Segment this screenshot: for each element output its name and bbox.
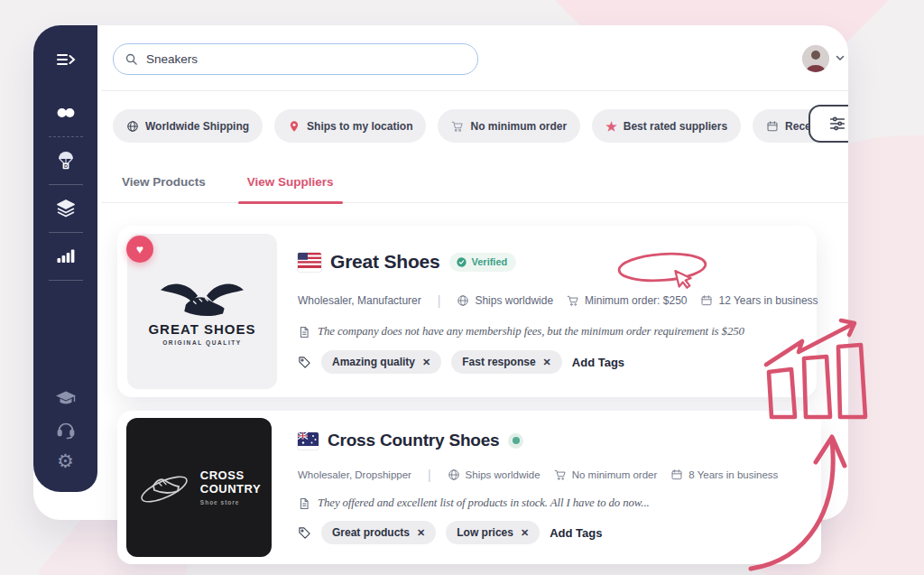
menu-expand-button[interactable] bbox=[45, 45, 87, 76]
supplier-meta: Wholesaler, Manufacturer | Ships worldwi… bbox=[298, 293, 818, 308]
headset-icon bbox=[55, 419, 77, 441]
logo-subtext: Shoe store bbox=[200, 499, 261, 505]
parachute-d-icon: D bbox=[55, 150, 77, 172]
sliders-icon bbox=[827, 114, 847, 134]
meta-years: 8 Years in business bbox=[670, 468, 778, 481]
calendar-icon bbox=[766, 120, 779, 133]
meta-label: 12 Years in business bbox=[718, 294, 818, 307]
note-text: The company does not have any membership… bbox=[318, 325, 744, 339]
supplier-tags: Great products ✕ Low prices ✕ Add Tags bbox=[298, 521, 602, 544]
filter-chips: Worldwide Shipping Ships to my location … bbox=[113, 109, 848, 143]
sidebar-divider bbox=[49, 184, 83, 185]
remove-tag-button[interactable]: ✕ bbox=[417, 527, 425, 539]
chevron-down-icon bbox=[835, 51, 845, 67]
sidebar-item-analytics[interactable] bbox=[45, 241, 87, 272]
supplier-logo-cross-country: CROSS COUNTRY Shoe store bbox=[126, 418, 272, 557]
supplier-meta: Wholesaler, Dropshipper | Ships worldwid… bbox=[298, 468, 778, 482]
sidebar-item-support[interactable] bbox=[45, 414, 87, 445]
cart-icon bbox=[567, 294, 579, 307]
meta-label: No minimum order bbox=[572, 469, 658, 480]
filter-chip-label: No minimum order bbox=[470, 120, 567, 133]
remove-tag-button[interactable]: ✕ bbox=[543, 357, 551, 368]
globe-icon bbox=[457, 294, 469, 307]
meta-min-order: Minimum order: $250 bbox=[567, 294, 687, 307]
pin-icon bbox=[288, 120, 300, 133]
tag-chip: Fast response ✕ bbox=[451, 350, 562, 374]
supplier-note: They offered and excellent list of produ… bbox=[298, 496, 650, 510]
tag-label: Low prices bbox=[457, 526, 513, 539]
cart-icon bbox=[451, 120, 464, 133]
search-bar[interactable] bbox=[113, 43, 478, 75]
supplier-name: Cross Country Shoes bbox=[328, 431, 499, 450]
logo-subtext: ORIGINAL QUALITY bbox=[162, 339, 242, 346]
layers-icon bbox=[55, 198, 77, 219]
filter-chip-no-minimum-order[interactable]: No minimum order bbox=[438, 109, 580, 143]
supplier-card[interactable]: ♥ GREAT SHOES ORIGINAL QUALITY Great Sho… bbox=[117, 226, 817, 397]
filters-strip: Worldwide Shipping Ships to my location … bbox=[101, 105, 848, 150]
remove-tag-button[interactable]: ✕ bbox=[521, 527, 529, 539]
sidebar-divider bbox=[49, 232, 83, 233]
filter-chip-label: Worldwide Shipping bbox=[145, 120, 249, 133]
meta-min-order: No minimum order bbox=[554, 468, 658, 481]
meta-label: Minimum order: $250 bbox=[585, 294, 687, 307]
meta-years: 12 Years in business bbox=[700, 294, 818, 307]
svg-text:D: D bbox=[63, 163, 67, 169]
filter-chip-label: Best rated suppliers bbox=[624, 120, 727, 133]
verified-label: Verified bbox=[472, 256, 508, 267]
verified-dot-badge bbox=[508, 433, 523, 449]
supplier-note: The company does not have any membership… bbox=[298, 325, 744, 339]
add-tags-button[interactable]: Add Tags bbox=[572, 356, 624, 369]
sidebar-item-spy-goggles[interactable] bbox=[45, 97, 87, 128]
meta-label: Ships worldwide bbox=[466, 469, 541, 480]
globe-icon bbox=[448, 468, 460, 481]
sidebar-divider bbox=[49, 280, 83, 281]
filter-chip-label: Ships to my location bbox=[307, 120, 412, 133]
verified-badge: Verified bbox=[449, 253, 517, 272]
winged-shoe-logo-icon bbox=[155, 278, 249, 320]
sidebar-divider bbox=[49, 136, 83, 137]
meta-label: Ships worldwide bbox=[475, 294, 553, 307]
sidebar: D ⚙ bbox=[33, 25, 97, 492]
document-icon bbox=[298, 497, 310, 510]
filter-chip-ships-to-location[interactable]: Ships to my location bbox=[274, 109, 426, 143]
meta-label: 8 Years in business bbox=[688, 469, 778, 480]
tab-view-suppliers[interactable]: View Suppliers bbox=[245, 170, 336, 202]
sidebar-item-layers[interactable] bbox=[45, 193, 87, 224]
filter-chip-worldwide-shipping[interactable]: Worldwide Shipping bbox=[113, 109, 263, 143]
tag-chip: Amazing quality ✕ bbox=[321, 350, 441, 374]
globe-icon bbox=[126, 120, 139, 133]
verified-seal-icon bbox=[456, 256, 467, 268]
sidebar-item-dropship-tool[interactable]: D bbox=[45, 145, 87, 176]
calendar-icon bbox=[700, 294, 713, 307]
hand-drawn-circle-annotation bbox=[615, 249, 709, 285]
add-tags-button[interactable]: Add Tags bbox=[550, 526, 602, 540]
calendar-icon bbox=[670, 468, 683, 481]
sidebar-item-academy[interactable] bbox=[45, 384, 87, 414]
tag-chip: Low prices ✕ bbox=[446, 521, 540, 544]
supplier-card[interactable]: CROSS COUNTRY Shoe store Cross Country S… bbox=[117, 411, 821, 564]
meta-shipping: Ships worldwide bbox=[448, 468, 541, 481]
favorite-heart-button[interactable]: ♥ bbox=[126, 236, 153, 263]
meta-shipping: Ships worldwide bbox=[457, 294, 553, 307]
tag-label: Fast response bbox=[462, 356, 535, 368]
sidebar-item-settings[interactable]: ⚙ bbox=[45, 445, 87, 476]
note-text: They offered and excellent list of produ… bbox=[318, 496, 650, 510]
tab-view-products[interactable]: View Products bbox=[120, 170, 208, 202]
user-menu[interactable] bbox=[802, 45, 845, 72]
tag-label: Amazing quality bbox=[332, 356, 415, 368]
star-icon: ★ bbox=[605, 120, 617, 133]
search-input[interactable] bbox=[146, 52, 467, 66]
search-icon bbox=[125, 52, 138, 66]
tag-icon bbox=[298, 356, 311, 369]
advanced-filters-button[interactable] bbox=[808, 105, 848, 143]
cursor-pointer-annotation bbox=[673, 267, 698, 294]
supplier-types: Wholesaler, Dropshipper bbox=[298, 469, 411, 480]
filter-chip-best-rated[interactable]: ★ Best rated suppliers bbox=[592, 109, 741, 143]
supplier-types: Wholesaler, Manufacturer bbox=[298, 294, 421, 307]
gear-icon: ⚙ bbox=[57, 451, 74, 470]
tag-icon bbox=[298, 526, 311, 540]
user-avatar[interactable] bbox=[802, 45, 829, 72]
supplier-name: Great Shoes bbox=[330, 251, 440, 273]
supplier-tags: Amazing quality ✕ Fast response ✕ Add Ta… bbox=[298, 350, 624, 374]
remove-tag-button[interactable]: ✕ bbox=[422, 357, 430, 368]
